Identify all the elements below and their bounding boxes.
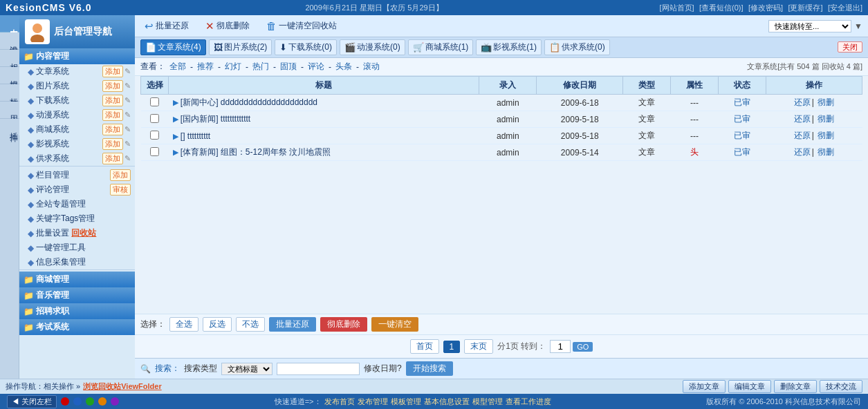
image-edit-icon[interactable]: ✎ [124,82,131,91]
checkbox1[interactable] [150,97,159,106]
row1-delete-link[interactable]: 彻删 [818,97,834,107]
filter-top[interactable]: 固顶 [280,61,297,73]
one-click-clear-btn[interactable]: 一键清空 [371,317,418,332]
arrow-icon[interactable]: ▶ [173,132,178,140]
page-goto-input[interactable] [550,340,571,353]
update-link[interactable]: [更新缓存] [788,3,822,12]
supply-label[interactable]: 供求系统 [36,153,101,164]
close-tab-btn[interactable]: 关闭 [838,41,862,53]
quick-search-select[interactable]: 快速跳转至... [768,20,851,32]
row2-check[interactable] [141,111,169,128]
go-btn[interactable]: GO [573,342,593,352]
home-link[interactable]: [网站首页] [660,3,694,12]
sidebar-tab-neirong[interactable]: 内容 [0,15,19,32]
arrow-icon[interactable]: ▶ [173,98,178,106]
row4-title-link[interactable]: [体育新闻] 组图：5-12周年祭 汶川地震照 [181,147,331,157]
filter-all[interactable]: 全部 [169,61,186,73]
download-add-btn[interactable]: 添加 [102,95,123,106]
checkbox3[interactable] [150,131,159,140]
row4-check[interactable] [141,144,169,161]
password-link[interactable]: [修改密码] [748,3,783,12]
sidebar-item-column[interactable]: ◆ 栏目管理 添加 [19,168,135,182]
anime-label[interactable]: 动漫系统 [36,109,101,121]
last-page-btn[interactable]: 末页 [464,339,493,354]
nav-publish-manage[interactable]: 发布管理 [358,397,388,407]
filter-slide[interactable]: 幻灯 [225,61,241,73]
recycle-link[interactable]: 回收站 [71,228,96,238]
delete-article-btn[interactable]: 删除文章 [774,380,817,393]
row2-delete-link[interactable]: 彻删 [818,114,834,124]
sidebar-item-batch[interactable]: ◆ 批量设置 回收站 [19,226,135,240]
filter-headline[interactable]: 头条 [335,61,352,73]
video-edit-icon[interactable]: ✎ [124,140,131,149]
row1-title-link[interactable]: [新闻中心] ddddddddddddddddddddd [181,97,317,107]
anime-add-btn[interactable]: 添加 [102,109,123,121]
sidebar-tab-moxing[interactable]: 模型 [0,67,19,84]
video-label[interactable]: 影视系统 [36,138,101,150]
sidebar-tab-yonghu[interactable]: 用户 [0,102,19,119]
row3-delete-link[interactable]: 彻删 [818,131,834,140]
download-label[interactable]: 下载系统 [36,95,101,106]
article-add-btn[interactable]: 添加 [102,66,123,77]
nav-work-progress[interactable]: 查看工作进度 [506,397,551,407]
nav-basic-settings[interactable]: 基本信息设置 [424,397,470,407]
row1-restore-link[interactable]: 还原 [794,97,811,107]
toolbar-restore-btn[interactable]: ↩ 批量还原 [140,19,193,34]
deselect-btn[interactable]: 不选 [236,317,265,332]
sidebar-tab-xianguan[interactable]: 相关 [0,50,19,67]
row3-check[interactable] [141,128,169,144]
article-label[interactable]: 文章系统 [36,66,101,77]
nav-model-manage[interactable]: 模型管理 [472,397,503,407]
search-input[interactable] [277,363,360,375]
tech-exchange-btn[interactable]: 技术交流 [820,380,862,393]
sidebar-tab-shezhi[interactable]: 设置 [0,32,19,50]
sidebar-item-keywords[interactable]: ◆ 关键字Tags管理 [19,211,135,226]
close-left-bar-btn[interactable]: ◀ 关闭左栏 [7,395,57,408]
first-page-btn[interactable]: 首页 [410,339,439,354]
tab-article[interactable]: 📄 文章系统(4) [140,39,206,55]
color-dot-green[interactable] [86,397,94,406]
tab-video[interactable]: 📺 影视系统(1) [476,39,542,55]
sidebar-item-tools[interactable]: ◆ 一键管理工具 [19,240,135,255]
current-page-btn[interactable]: 1 [443,341,461,353]
color-dot-blue[interactable] [73,397,82,406]
guide-link[interactable]: 浏览回收站ViewFolder [83,381,161,392]
logout-link[interactable]: [安全退出] [828,3,862,12]
sidebar-tab-chajian[interactable]: 插件 [0,119,19,135]
arrow-icon[interactable]: ▶ [173,115,178,123]
sidebar-item-comment[interactable]: ◆ 评论管理 审核 [19,182,135,197]
filter-hot[interactable]: 热门 [252,61,269,73]
tab-shop[interactable]: 🛒 商城系统(1) [408,39,474,55]
arrow-icon[interactable]: ▶ [173,148,178,156]
batch-delete-btn[interactable]: 彻底删除 [320,317,367,332]
color-dot-red[interactable] [61,397,69,406]
tab-anime[interactable]: 🎬 动漫系统(0) [340,39,405,55]
row1-check[interactable] [141,95,169,111]
article-edit-icon[interactable]: ✎ [124,67,131,76]
tab-supply[interactable]: 📋 供求系统(0) [544,39,610,55]
batch-restore-btn[interactable]: 批量还原 [269,317,316,332]
filter-recommend[interactable]: 推荐 [197,61,214,73]
row2-restore-link[interactable]: 还原 [794,114,811,124]
checkbox2[interactable] [150,114,159,123]
color-dot-purple[interactable] [111,397,119,406]
shop-add-btn[interactable]: 添加 [102,124,123,135]
toolbar-delete-btn[interactable]: ✕ 彻底删除 [201,19,254,34]
row3-title-link[interactable]: [] tttttttttt [181,131,210,141]
filter-scroll[interactable]: 滚动 [363,61,380,73]
shop-edit-icon[interactable]: ✎ [124,125,131,134]
message-link[interactable]: [查看短信(0)] [699,3,744,12]
shop-label[interactable]: 商城系统 [36,124,101,135]
row2-title-link[interactable]: [国内新闻] ttttttttttttt [181,114,250,124]
nav-template-manage[interactable]: 模板管理 [391,397,421,407]
filter-comment[interactable]: 评论 [308,61,324,73]
row3-restore-link[interactable]: 还原 [794,131,811,140]
sidebar-item-collect[interactable]: ◆ 信息采集管理 [19,255,135,269]
supply-add-btn[interactable]: 添加 [102,153,123,164]
select-all-btn[interactable]: 全选 [169,317,198,332]
tab-image[interactable]: 🖼 图片系统(2) [209,39,273,55]
image-label[interactable]: 图片系统 [36,80,101,92]
image-add-btn[interactable]: 添加 [102,80,123,92]
nav-publish-home[interactable]: 发布首页 [324,397,355,407]
supply-edit-icon[interactable]: ✎ [124,154,131,163]
